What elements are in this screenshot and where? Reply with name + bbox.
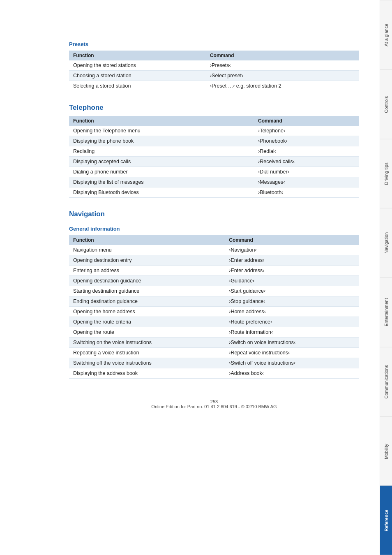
main-content: Presets Function Command Opening the sto… bbox=[0, 0, 380, 555]
table-row: Navigation menu›Navigation‹ bbox=[69, 245, 359, 255]
command-cell: ›Preset …‹ e.g. stored station 2 bbox=[206, 81, 359, 91]
function-cell: Opening the route criteria bbox=[69, 317, 225, 327]
function-cell: Switching off the voice instructions bbox=[69, 358, 225, 368]
tab-driving-tips[interactable]: Driving tips bbox=[380, 139, 392, 208]
command-cell: ›Address book‹ bbox=[225, 368, 359, 379]
copyright-text: Online Edition for Part no. 01 41 2 604 … bbox=[69, 404, 359, 409]
tab-navigation[interactable]: Navigation bbox=[380, 208, 392, 278]
command-cell: ›Repeat voice instructions‹ bbox=[225, 348, 359, 358]
function-cell: Displaying the list of messages bbox=[69, 177, 254, 187]
command-cell: ›Dial number‹ bbox=[254, 167, 359, 177]
function-cell: Opening the Telephone menu bbox=[69, 126, 254, 136]
command-cell: ›Home address‹ bbox=[225, 307, 359, 317]
function-cell: Opening the stored stations bbox=[69, 60, 206, 71]
table-row: Selecting a stored station›Preset …‹ e.g… bbox=[69, 81, 359, 91]
tab-communications[interactable]: Communications bbox=[380, 347, 392, 416]
command-cell: ›Bluetooth‹ bbox=[254, 187, 359, 198]
table-row: Choosing a stored station›Select preset‹ bbox=[69, 71, 359, 81]
table-row: Displaying the list of messages›Messages… bbox=[69, 177, 359, 187]
tab-mobility[interactable]: Mobility bbox=[380, 416, 392, 486]
function-cell: Navigation menu bbox=[69, 245, 225, 255]
command-cell: ›Stop guidance‹ bbox=[225, 296, 359, 307]
table-row: Redialing›Redial‹ bbox=[69, 146, 359, 157]
table-row: Dialing a phone number›Dial number‹ bbox=[69, 167, 359, 177]
table-row: Repeating a voice instruction›Repeat voi… bbox=[69, 348, 359, 358]
function-cell: Repeating a voice instruction bbox=[69, 348, 225, 358]
function-cell: Opening the route bbox=[69, 327, 225, 338]
command-cell: ›Select preset‹ bbox=[206, 71, 359, 81]
function-cell: Displaying the address book bbox=[69, 368, 225, 379]
presets-col-function: Function bbox=[69, 51, 206, 60]
function-cell: Starting destination guidance bbox=[69, 286, 225, 296]
footer: 253 Online Edition for Part no. 01 41 2 … bbox=[69, 395, 359, 409]
command-cell: ›Presets‹ bbox=[206, 60, 359, 71]
function-cell: Redialing bbox=[69, 146, 254, 157]
table-row: Displaying the address book›Address book… bbox=[69, 368, 359, 379]
function-cell: Ending destination guidance bbox=[69, 296, 225, 307]
navigation-title: Navigation bbox=[69, 210, 359, 218]
tab-at-a-glance[interactable]: At a glance bbox=[380, 0, 392, 69]
function-cell: Switching on the voice instructions bbox=[69, 338, 225, 348]
table-row: Opening the route criteria›Route prefere… bbox=[69, 317, 359, 327]
navigation-table: Function Command Navigation menu›Navigat… bbox=[69, 235, 359, 379]
tab-entertainment[interactable]: Entertainment bbox=[380, 278, 392, 347]
telephone-col-function: Function bbox=[69, 116, 254, 126]
command-cell: ›Phonebook‹ bbox=[254, 136, 359, 146]
table-row: Displaying accepted calls›Received calls… bbox=[69, 157, 359, 167]
presets-col-command: Command bbox=[206, 51, 359, 60]
page-number: 253 bbox=[69, 399, 359, 404]
command-cell: ›Telephone‹ bbox=[254, 126, 359, 136]
table-row: Opening the Telephone menu›Telephone‹ bbox=[69, 126, 359, 136]
command-cell: ›Guidance‹ bbox=[225, 276, 359, 286]
function-cell: Opening the home address bbox=[69, 307, 225, 317]
command-cell: ›Redial‹ bbox=[254, 146, 359, 157]
table-row: Displaying Bluetooth devices›Bluetooth‹ bbox=[69, 187, 359, 198]
telephone-col-command: Command bbox=[254, 116, 359, 126]
command-cell: ›Route preference‹ bbox=[225, 317, 359, 327]
command-cell: ›Enter address‹ bbox=[225, 255, 359, 266]
table-row: Opening the home address›Home address‹ bbox=[69, 307, 359, 317]
command-cell: ›Navigation‹ bbox=[225, 245, 359, 255]
table-row: Ending destination guidance›Stop guidanc… bbox=[69, 296, 359, 307]
function-cell: Opening destination guidance bbox=[69, 276, 225, 286]
telephone-table: Function Command Opening the Telephone m… bbox=[69, 116, 359, 198]
side-tabs: At a glance Controls Driving tips Naviga… bbox=[380, 0, 392, 555]
navigation-subsection: General information bbox=[69, 226, 359, 232]
table-row: Opening the route›Route information‹ bbox=[69, 327, 359, 338]
function-cell: Opening destination entry bbox=[69, 255, 225, 266]
table-row: Opening destination guidance›Guidance‹ bbox=[69, 276, 359, 286]
presets-table: Function Command Opening the stored stat… bbox=[69, 51, 359, 91]
table-row: Displaying the phone book›Phonebook‹ bbox=[69, 136, 359, 146]
command-cell: ›Messages‹ bbox=[254, 177, 359, 187]
function-cell: Entering an address bbox=[69, 266, 225, 276]
table-row: Opening the stored stations›Presets‹ bbox=[69, 60, 359, 71]
function-cell: Displaying the phone book bbox=[69, 136, 254, 146]
command-cell: ›Received calls‹ bbox=[254, 157, 359, 167]
function-cell: Choosing a stored station bbox=[69, 71, 206, 81]
navigation-col-command: Command bbox=[225, 235, 359, 245]
tab-reference[interactable]: Reference bbox=[380, 486, 392, 555]
command-cell: ›Start guidance‹ bbox=[225, 286, 359, 296]
telephone-title: Telephone bbox=[69, 104, 359, 112]
function-cell: Dialing a phone number bbox=[69, 167, 254, 177]
navigation-col-function: Function bbox=[69, 235, 225, 245]
table-row: Switching on the voice instructions›Swit… bbox=[69, 338, 359, 348]
function-cell: Displaying Bluetooth devices bbox=[69, 187, 254, 198]
table-row: Starting destination guidance›Start guid… bbox=[69, 286, 359, 296]
command-cell: ›Switch off voice instructions‹ bbox=[225, 358, 359, 368]
function-cell: Selecting a stored station bbox=[69, 81, 206, 91]
table-row: Switching off the voice instructions›Swi… bbox=[69, 358, 359, 368]
command-cell: ›Switch on voice instructions‹ bbox=[225, 338, 359, 348]
function-cell: Displaying accepted calls bbox=[69, 157, 254, 167]
command-cell: ›Enter address‹ bbox=[225, 266, 359, 276]
table-row: Opening destination entry›Enter address‹ bbox=[69, 255, 359, 266]
command-cell: ›Route information‹ bbox=[225, 327, 359, 338]
table-row: Entering an address›Enter address‹ bbox=[69, 266, 359, 276]
tab-controls[interactable]: Controls bbox=[380, 69, 392, 139]
presets-label: Presets bbox=[69, 41, 359, 47]
